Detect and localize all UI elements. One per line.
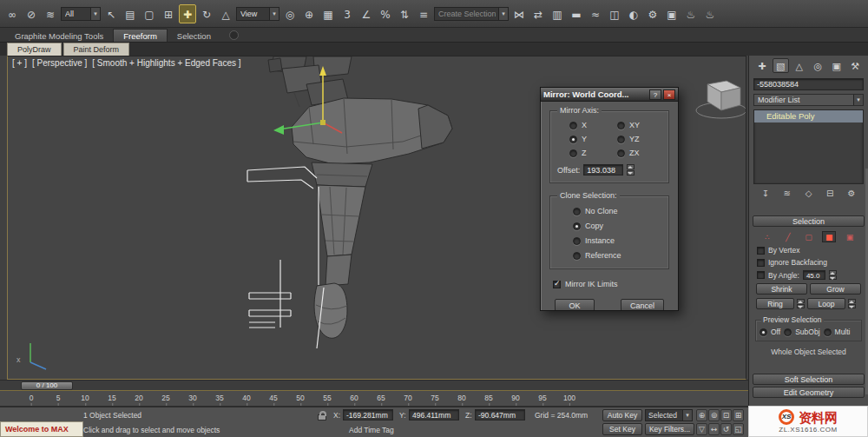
checkbox-icon[interactable] — [553, 281, 561, 288]
rollout-edit-geometry[interactable]: Edit Geometry — [753, 387, 865, 398]
angle-snap-icon[interactable]: ∠ — [358, 4, 375, 23]
y-coordinate-field[interactable]: 496.411mm — [409, 409, 459, 420]
subtab-polydraw[interactable]: PolyDraw — [7, 43, 62, 56]
modifier-list-dropdown[interactable]: Modifier List — [753, 94, 864, 106]
loop-spinner[interactable] — [848, 299, 856, 308]
field-of-view-icon[interactable]: ▽ — [696, 423, 707, 435]
render-setup-icon[interactable]: ⚙ — [644, 4, 661, 23]
radio-axis-yz[interactable]: YZ — [617, 135, 665, 143]
spinner-up-icon[interactable] — [848, 299, 856, 303]
ribbon-minimize-icon[interactable] — [229, 30, 239, 40]
time-slider-handle[interactable]: 0 / 100 — [21, 381, 73, 390]
set-key-button[interactable]: Set Key — [602, 423, 642, 435]
radio-instance[interactable]: Instance — [573, 236, 663, 245]
rendered-frame-icon[interactable]: ▣ — [663, 4, 681, 23]
radio-copy[interactable]: Copy — [573, 222, 663, 230]
zoom-extents-icon[interactable]: ⊡ — [720, 409, 732, 421]
tab-graphite-modeling-tools[interactable]: Graphite Modeling Tools — [5, 30, 113, 42]
object-name-field[interactable]: -558038584 — [753, 78, 864, 90]
rollout-soft-selection[interactable]: Soft Selection — [753, 374, 865, 385]
select-and-move-icon[interactable]: ✚ — [179, 4, 196, 23]
select-and-manipulate-icon[interactable]: ⊕ — [300, 4, 318, 23]
dialog-close-button[interactable]: × — [663, 89, 675, 100]
ribbon-toggle-icon[interactable]: ▬ — [568, 4, 585, 23]
create-tab-icon[interactable]: ✚ — [753, 58, 771, 73]
border-icon[interactable]: ▢ — [802, 231, 816, 242]
element-icon[interactable]: ▣ — [843, 231, 857, 242]
radio-icon[interactable] — [573, 237, 581, 245]
viewport-general-menu[interactable]: [ + ] — [12, 58, 27, 68]
spinner-down-icon[interactable] — [797, 304, 805, 308]
tab-freeform[interactable]: Freeform — [113, 29, 168, 42]
window-crossing-icon[interactable]: ⊞ — [160, 4, 177, 23]
spline-shapes[interactable] — [247, 167, 324, 348]
hierarchy-tab-icon[interactable]: △ — [791, 58, 808, 73]
grow-button[interactable]: Grow — [810, 283, 861, 295]
edge-icon[interactable]: ╱ — [781, 231, 795, 242]
polygon-icon[interactable]: ■ — [822, 231, 836, 242]
zoom-icon[interactable]: ⊕ — [696, 409, 707, 421]
ring-button[interactable]: Ring — [756, 298, 794, 309]
remove-modifier-icon[interactable]: ⊟ — [823, 188, 837, 200]
auto-key-button[interactable]: Auto Key — [602, 409, 642, 421]
curve-editor-icon[interactable]: ≈ — [587, 4, 604, 23]
ignore-backfacing-checkbox[interactable]: Ignore Backfacing — [752, 256, 865, 268]
x-coordinate-field[interactable]: -169.281mm — [343, 409, 393, 420]
use-pivot-center-icon[interactable]: ◎ — [281, 4, 299, 23]
by-angle-field[interactable]: 45.0 — [803, 270, 825, 280]
ok-button[interactable]: OK — [555, 299, 595, 311]
radio-reference[interactable]: Reference — [573, 251, 663, 260]
cancel-button[interactable]: Cancel — [621, 299, 664, 311]
select-by-name-icon[interactable]: ▤ — [122, 4, 139, 23]
key-filters-button[interactable]: Key Filters... — [645, 423, 694, 435]
selection-filter-dropdown[interactable]: All — [61, 7, 101, 21]
pin-stack-icon[interactable]: ↧ — [759, 188, 773, 200]
radio-axis-y[interactable]: Y — [569, 135, 617, 143]
show-end-result-icon[interactable]: ≋ — [780, 188, 794, 200]
named-selection-sets-icon[interactable]: ≡ — [415, 4, 432, 23]
select-and-scale-icon[interactable]: △ — [217, 4, 234, 23]
make-unique-icon[interactable]: ◇ — [802, 188, 816, 200]
pan-icon[interactable]: ↔ — [708, 423, 720, 435]
configure-modifier-sets-icon[interactable]: ⚙ — [845, 188, 858, 200]
select-and-link-icon[interactable]: ∞ — [3, 4, 21, 23]
zoom-extents-all-icon[interactable]: ⊞ — [733, 409, 744, 421]
z-coordinate-field[interactable]: -90.647mm — [475, 409, 525, 420]
percent-snap-icon[interactable]: % — [377, 4, 394, 23]
modify-tab-icon[interactable]: ▧ — [773, 58, 790, 73]
spinner-up-icon[interactable] — [829, 270, 837, 275]
unlink-selection-icon[interactable]: ⊘ — [23, 4, 40, 23]
by-vertex-checkbox[interactable]: By Vertex — [752, 244, 865, 256]
radio-icon[interactable] — [569, 122, 577, 129]
rollout-selection[interactable]: Selection — [753, 215, 865, 227]
viewcube[interactable] — [696, 81, 746, 118]
offset-spinner[interactable] — [627, 164, 635, 175]
selection-region-icon[interactable]: ▢ — [141, 4, 158, 23]
by-angle-spinner[interactable] — [829, 270, 837, 280]
track-bar[interactable]: 0510152025303540455055606570758085909510… — [0, 391, 748, 407]
radio-icon[interactable] — [573, 252, 581, 260]
reference-coordinate-dropdown[interactable]: View — [236, 7, 279, 21]
dialog-titlebar[interactable]: Mirror: World Coord... ? × — [541, 88, 678, 102]
scene-object-mesh[interactable] — [268, 56, 452, 338]
radio-axis-zx[interactable]: ZX — [617, 149, 665, 157]
spinner-down-icon[interactable] — [829, 275, 837, 280]
radio-icon[interactable] — [573, 222, 581, 230]
radio-icon[interactable] — [569, 149, 577, 157]
selection-lock-icon[interactable] — [318, 414, 326, 420]
spinner-up-icon[interactable] — [797, 299, 805, 303]
align-icon[interactable]: ⇄ — [529, 4, 547, 23]
time-slider-track[interactable]: 0 / 100 — [0, 380, 748, 391]
material-editor-icon[interactable]: ◐ — [625, 4, 642, 23]
maximize-viewport-icon[interactable]: ◱ — [733, 423, 744, 435]
keyboard-override-icon[interactable]: ▦ — [319, 4, 337, 23]
stack-item-editable-poly[interactable]: Editable Poly — [754, 110, 863, 122]
select-object-icon[interactable]: ↖ — [102, 4, 120, 23]
radio-icon[interactable] — [617, 149, 625, 157]
bind-to-space-warp-icon[interactable]: ≋ — [42, 4, 59, 23]
viewport-shading-menu[interactable]: [ Smooth + Highlights + Edged Faces ] — [92, 58, 240, 68]
spinner-snap-icon[interactable]: ⇅ — [396, 4, 413, 23]
preview-subobj-radio[interactable] — [784, 328, 792, 336]
radio-axis-z[interactable]: Z — [569, 149, 617, 157]
radio-icon[interactable] — [569, 136, 577, 143]
